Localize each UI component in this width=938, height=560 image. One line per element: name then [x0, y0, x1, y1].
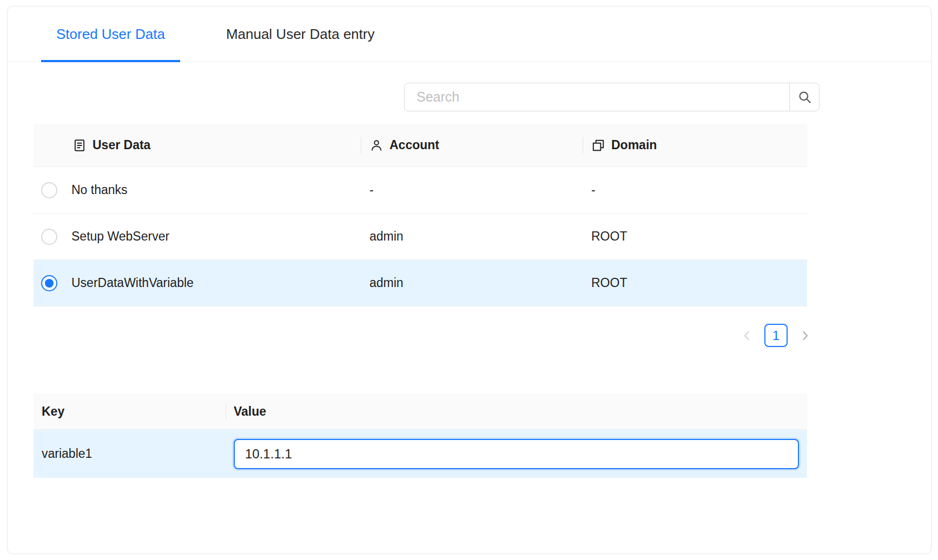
- tab-stored-user-data[interactable]: Stored User Data: [41, 6, 180, 62]
- cell-user-data: No thanks: [71, 183, 128, 197]
- user-icon: [369, 138, 384, 152]
- user-data-table: User Data Account: [34, 124, 807, 306]
- column-header-account: Account: [361, 124, 583, 166]
- search-bar: [34, 83, 820, 111]
- pagination-next-button[interactable]: [795, 324, 815, 347]
- cell-account: admin: [361, 229, 583, 244]
- document-icon: [72, 138, 87, 152]
- column-label: User Data: [93, 138, 150, 152]
- cell-domain: -: [583, 183, 807, 197]
- row-radio[interactable]: [41, 229, 57, 245]
- stored-user-data-content: User Data Account: [34, 62, 820, 478]
- page-number: 1: [772, 328, 780, 343]
- pagination-page-1[interactable]: 1: [764, 324, 788, 347]
- table-row[interactable]: No thanks - -: [34, 167, 807, 214]
- domain-icon: [591, 138, 605, 152]
- tab-label: Manual User Data entry: [226, 26, 375, 43]
- search-button[interactable]: [789, 83, 820, 111]
- cell-user-data: Setup WebServer: [71, 229, 169, 244]
- key-value-table: Key Value variable1: [34, 394, 807, 478]
- cell-domain: ROOT: [583, 276, 807, 290]
- table-row[interactable]: Setup WebServer admin ROOT: [34, 214, 807, 260]
- cell-key: variable1: [34, 446, 226, 461]
- column-label: Account: [389, 138, 439, 152]
- cell-domain: ROOT: [583, 229, 807, 244]
- chevron-left-icon: [741, 329, 754, 342]
- pagination-prev-button[interactable]: [737, 324, 757, 347]
- cell-account: admin: [361, 276, 583, 290]
- user-data-panel: Stored User Data Manual User Data entry: [7, 6, 932, 554]
- tab-label: Stored User Data: [56, 26, 165, 43]
- table-header: User Data Account: [34, 124, 807, 167]
- cell-account: -: [361, 183, 583, 197]
- column-header-key: Key: [34, 394, 226, 429]
- row-radio[interactable]: [41, 182, 57, 198]
- tab-bar: Stored User Data Manual User Data entry: [8, 6, 931, 62]
- column-label: Domain: [611, 138, 657, 152]
- table-row-selected[interactable]: UserDataWithVariable admin ROOT: [34, 260, 807, 306]
- cell-value: [226, 439, 807, 469]
- chevron-right-icon: [798, 329, 811, 342]
- pagination: 1: [34, 324, 815, 347]
- row-radio-checked[interactable]: [41, 275, 57, 291]
- column-header-value: Value: [226, 394, 807, 429]
- search-icon: [797, 90, 812, 104]
- column-header-domain: Domain: [583, 124, 807, 166]
- tab-manual-user-data-entry[interactable]: Manual User Data entry: [211, 6, 390, 62]
- column-header-user-data: User Data: [34, 124, 361, 166]
- cell-user-data: UserDataWithVariable: [71, 276, 194, 290]
- key-value-row: variable1: [34, 429, 807, 478]
- search-input[interactable]: [404, 83, 790, 111]
- key-value-header: Key Value: [34, 394, 807, 429]
- value-input[interactable]: [234, 439, 799, 469]
